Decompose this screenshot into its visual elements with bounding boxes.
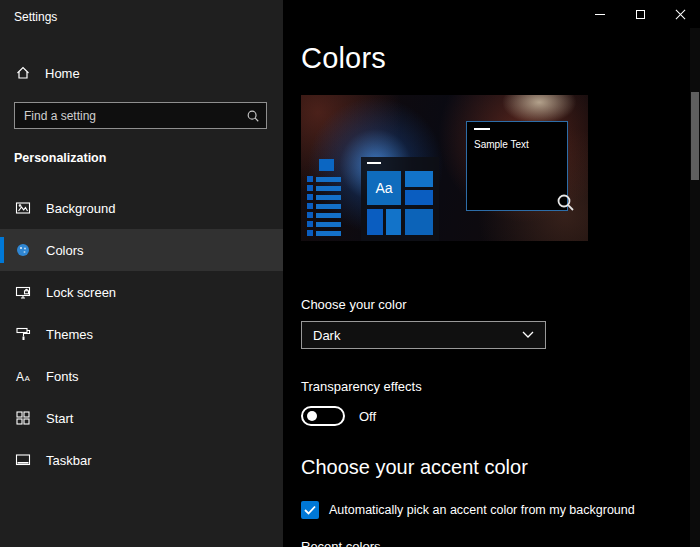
maximize-icon (636, 10, 645, 19)
nav-label: Taskbar (46, 453, 92, 468)
svg-text:A: A (16, 370, 24, 384)
toggle-knob (307, 411, 317, 421)
home-icon (15, 65, 31, 81)
sidebar-item-lock-screen[interactable]: Lock screen (0, 271, 283, 313)
sidebar-item-start[interactable]: Start (0, 397, 283, 439)
sidebar-item-colors[interactable]: Colors (0, 229, 283, 271)
sidebar-item-home[interactable]: Home (0, 54, 283, 92)
svg-text:A: A (25, 374, 31, 383)
themes-icon (15, 326, 31, 342)
minimize-icon (595, 14, 605, 15)
theme-preview: Aa Sample Text (301, 95, 588, 241)
sidebar-item-background[interactable]: Background (0, 187, 283, 229)
accent-section-title: Choose your accent color (301, 456, 700, 479)
taskbar-icon (15, 452, 31, 468)
transparency-label: Transparency effects (301, 379, 700, 394)
main-content: Colors Aa (283, 0, 700, 547)
choose-color-label: Choose your color (301, 297, 700, 312)
app-title: Settings (0, 0, 283, 24)
sidebar-nav: Background Colors Lock screen Themes (0, 187, 283, 481)
sidebar-section-title: Personalization (0, 151, 283, 165)
search-box[interactable] (14, 102, 267, 129)
nav-label: Colors (46, 243, 84, 258)
auto-accent-row: Automatically pick an accent color from … (301, 501, 700, 519)
background-icon (15, 200, 31, 216)
magnifier-icon (556, 193, 576, 217)
chevron-down-icon (522, 331, 534, 339)
fonts-icon: AA (15, 368, 31, 384)
nav-label: Fonts (46, 369, 79, 384)
color-mode-dropdown[interactable]: Dark (301, 321, 546, 349)
auto-accent-label: Automatically pick an accent color from … (329, 503, 635, 517)
toggle-state-label: Off (359, 409, 376, 424)
colors-icon (15, 242, 31, 258)
preview-sample-window: Sample Text (466, 121, 568, 211)
lock-screen-icon (15, 284, 31, 300)
page-title: Colors (301, 42, 700, 75)
search-input[interactable] (15, 103, 240, 128)
close-button[interactable] (660, 0, 700, 28)
start-icon (15, 410, 31, 426)
nav-label: Start (46, 411, 73, 426)
sidebar-item-themes[interactable]: Themes (0, 313, 283, 355)
auto-accent-checkbox[interactable] (301, 501, 319, 519)
dropdown-value: Dark (313, 328, 340, 343)
preview-aa-tile: Aa (367, 171, 401, 205)
preview-start-menu (307, 159, 355, 239)
nav-label: Themes (46, 327, 93, 342)
search-icon[interactable] (240, 103, 266, 128)
home-label: Home (45, 66, 80, 81)
preview-sample-text: Sample Text (474, 139, 529, 150)
recent-colors-label: Recent colors (301, 539, 700, 547)
scrollbar[interactable] (690, 28, 700, 547)
sidebar-item-fonts[interactable]: AA Fonts (0, 355, 283, 397)
preview-tiles-window: Aa (361, 157, 439, 241)
sidebar-item-taskbar[interactable]: Taskbar (0, 439, 283, 481)
close-icon (675, 9, 686, 20)
sidebar: Settings Home Personalization Background (0, 0, 283, 547)
nav-label: Lock screen (46, 285, 116, 300)
settings-window: Settings Home Personalization Background (0, 0, 700, 547)
transparency-toggle[interactable] (301, 406, 345, 426)
transparency-row: Off (301, 406, 700, 426)
maximize-button[interactable] (620, 0, 660, 28)
scrollbar-thumb[interactable] (691, 92, 699, 180)
window-controls (580, 0, 700, 28)
minimize-button[interactable] (580, 0, 620, 28)
nav-label: Background (46, 201, 115, 216)
checkmark-icon (304, 505, 316, 515)
